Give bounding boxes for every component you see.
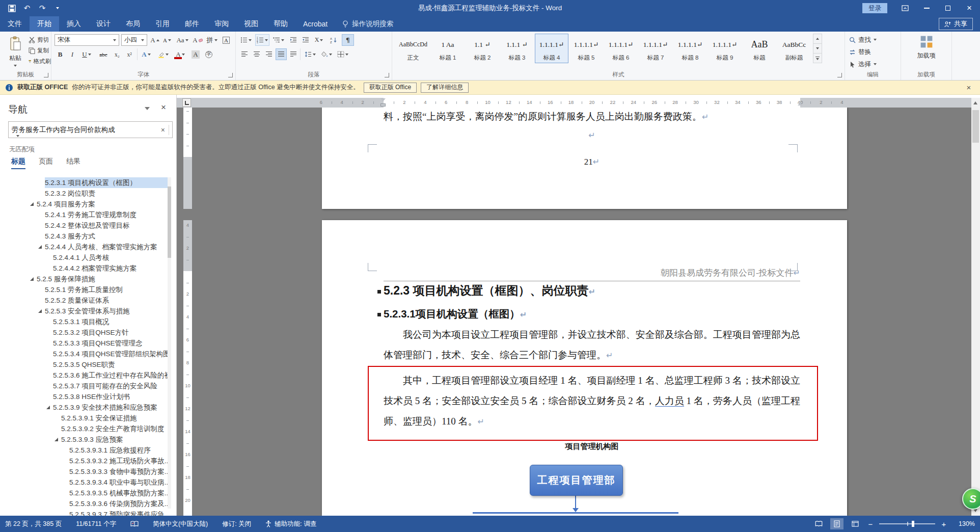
ribbon-tab-引用[interactable]: 引用 xyxy=(148,16,177,32)
nav-tab-结果[interactable]: 结果 xyxy=(66,157,80,166)
nav-tree-item[interactable]: 5.2.5.3.1 项目概况 xyxy=(0,316,168,327)
highlight-color-button[interactable] xyxy=(155,48,171,60)
nav-tree-item[interactable]: 5.2.3.1 项目机构设置（框图） xyxy=(0,177,168,188)
zoom-slider-thumb[interactable] xyxy=(912,521,914,527)
copy-button[interactable]: 复制 xyxy=(29,45,51,56)
style-item[interactable]: 1.1.1.1↵标题 4 xyxy=(535,34,568,63)
page-header[interactable]: 朝阳县易成劳务有限公司-投标文件↵ xyxy=(384,267,800,280)
language-indicator[interactable]: 简体中文(中国大陆) xyxy=(153,520,208,528)
nav-tree-item[interactable]: 5.2.5.3.9 安全技术措施和应急预案 xyxy=(0,402,168,413)
nav-tree-item[interactable]: 5.2.3.2 岗位职责 xyxy=(0,188,168,199)
ribbon-tab-插入[interactable]: 插入 xyxy=(59,16,89,32)
web-layout-button[interactable] xyxy=(849,518,862,529)
ribbon-tab-邮件[interactable]: 邮件 xyxy=(177,16,207,32)
sign-in-button[interactable]: 登录 xyxy=(862,3,887,13)
nav-tree-item[interactable]: 5.2.5.1 劳务施工质量控制 xyxy=(0,284,168,295)
zoom-out-button[interactable]: − xyxy=(867,520,874,528)
read-mode-button[interactable] xyxy=(812,518,825,529)
nav-tree-item[interactable]: 5.2.5.3.4 项目QHSE管理部组织架构图 xyxy=(0,349,168,359)
nav-tree-item[interactable]: 5.2.5.2 质量保证体系 xyxy=(0,295,168,306)
nav-tree-item[interactable]: 5.2.5.3.2 项目QHSE方针 xyxy=(0,327,168,338)
ribbon-tab-设计[interactable]: 设计 xyxy=(89,16,118,32)
nav-tree-item[interactable]: 5.2.5.3.5 QHSE职责 xyxy=(0,359,168,370)
format-painter-button[interactable]: 格式刷 xyxy=(29,56,51,67)
increase-indent-button[interactable] xyxy=(300,34,311,46)
nav-tree-item[interactable]: 5.2.4.4 人员考核、档案管理实施方案 xyxy=(0,242,168,252)
maximize-button[interactable] xyxy=(937,0,959,16)
scrollbar-thumb[interactable] xyxy=(972,110,979,143)
font-size-combo[interactable]: 小四 xyxy=(121,34,147,46)
redo-button[interactable]: ↷ xyxy=(36,2,49,14)
paragraph-dialog-launcher[interactable] xyxy=(385,73,389,77)
collapse-triangle-icon[interactable] xyxy=(38,306,45,316)
style-item[interactable]: 1 Aa标题 1 xyxy=(431,34,465,63)
share-button[interactable]: 共享 xyxy=(939,18,973,30)
zoom-slider[interactable] xyxy=(879,523,935,524)
numbering-button[interactable]: 123 xyxy=(255,34,269,46)
nav-tree-item[interactable]: 5.2.5.3.8 HSE作业计划书 xyxy=(0,391,168,402)
justify-button[interactable] xyxy=(276,48,287,60)
nav-tree-item[interactable]: 5.2.5.3.9.2 安全生产教育培训制度 xyxy=(0,423,168,434)
ribbon-tab-审阅[interactable]: 审阅 xyxy=(207,16,236,32)
ribbon-tab-开始[interactable]: 开始 xyxy=(30,16,59,32)
align-center-button[interactable] xyxy=(251,48,262,60)
nav-tree-item[interactable]: 5.2.5.3.9.3.6 传染病预防方案及... xyxy=(0,498,168,509)
distribute-button[interactable] xyxy=(288,48,299,60)
font-color-button[interactable]: A xyxy=(173,48,188,60)
style-item[interactable]: 1.1 ↵标题 2 xyxy=(466,34,499,63)
close-button[interactable]: × xyxy=(959,0,980,16)
nav-tree-item[interactable]: 5.2.5.3.9.3.1 应急救援程序 xyxy=(0,445,168,456)
bold-button[interactable]: B xyxy=(55,48,66,60)
nav-tab-页面[interactable]: 页面 xyxy=(39,157,53,166)
superscript-button[interactable]: x² xyxy=(124,48,135,60)
style-scroll-up[interactable] xyxy=(813,34,822,44)
addins-button[interactable]: 加载项 xyxy=(917,35,936,60)
style-gallery-more[interactable] xyxy=(813,54,822,63)
clipboard-dialog-launcher[interactable] xyxy=(44,73,48,77)
body-paragraph-line[interactable]: 体管理部门，技术、安全、综合三个部门参与管理。↵ xyxy=(384,349,800,362)
document-scrollbar[interactable] xyxy=(971,98,980,516)
style-item[interactable]: 1.1.1.1↵标题 8 xyxy=(673,34,707,63)
ribbon-tab-帮助[interactable]: 帮助 xyxy=(266,16,295,32)
nav-scrollbar[interactable] xyxy=(168,177,171,509)
strikethrough-button[interactable]: abc xyxy=(96,48,111,60)
font-dialog-launcher[interactable] xyxy=(228,73,233,77)
styles-dialog-launcher[interactable] xyxy=(837,73,842,77)
org-chart-root-box[interactable]: 工程项目管理部 xyxy=(530,465,623,496)
page1-text-line[interactable]: 料，按照“上岗享受，离岗停发”的原则计算服务人员上岗出勤服务费政策。↵ xyxy=(384,110,800,124)
zoom-in-button[interactable]: + xyxy=(940,520,947,528)
proofing-status[interactable] xyxy=(130,521,139,527)
nav-tree-item[interactable]: 5.2.4.1 劳务施工管理规章制度 xyxy=(0,209,168,220)
nav-tree-item[interactable]: 5.2.5 服务保障措施 xyxy=(0,274,168,284)
heading-5-2-3-1[interactable]: 5.2.3.1项目机构设置（框图）↵ xyxy=(377,307,794,322)
nav-tree-item[interactable]: 5.2.5.3.3 项目QHSE管理理念 xyxy=(0,338,168,349)
line-spacing-button[interactable] xyxy=(303,48,317,60)
nav-pane-close-button[interactable]: × xyxy=(161,102,166,113)
collapse-triangle-icon[interactable] xyxy=(46,402,53,413)
change-case-button[interactable]: Aa xyxy=(175,34,190,46)
nav-tree-item[interactable]: 5.2.5.3.9.3 应急预案 xyxy=(0,434,168,445)
character-border-button[interactable]: A xyxy=(221,34,232,46)
nav-tree-item[interactable]: 5.2.5.3.9.3.5 机械事故预防方案... xyxy=(0,488,168,498)
first-line-indent-marker[interactable] xyxy=(380,98,386,101)
floating-ball-widget[interactable] xyxy=(962,488,980,510)
replace-button[interactable]: 替换 xyxy=(849,46,871,58)
character-shading-button[interactable]: A xyxy=(190,48,201,60)
nav-tree-item[interactable]: 5.2.4.4.1 人员考核 xyxy=(0,252,168,263)
nav-tree-item[interactable]: 5.2.4 项目服务方案 xyxy=(0,199,168,209)
style-item[interactable]: 1.1.1 ↵标题 3 xyxy=(500,34,534,63)
nav-tree-item[interactable]: 5.2.5.3.9.3.3 食物中毒预防方案... xyxy=(0,466,168,477)
nav-tree-item[interactable]: 5.2.5.3 安全管理体系与措施 xyxy=(0,306,168,316)
customize-qat-button[interactable] xyxy=(51,2,64,14)
page-indicator[interactable]: 第 22 页，共 385 页 xyxy=(5,520,62,528)
collapse-triangle-icon[interactable] xyxy=(30,274,37,284)
enclose-characters-button[interactable]: 字 xyxy=(203,48,214,60)
multilevel-list-button[interactable] xyxy=(271,34,286,46)
nav-search-input[interactable] xyxy=(12,126,157,134)
asian-layout-button[interactable]: X xyxy=(312,34,325,46)
style-item[interactable]: 1.1.1.1↵标题 9 xyxy=(708,34,742,63)
text-effects-button[interactable]: A xyxy=(139,48,153,60)
ribbon-tab-文件[interactable]: 文件 xyxy=(0,16,30,32)
find-button[interactable]: 查找 xyxy=(849,34,877,45)
style-item[interactable]: 1.1.1.1↵标题 7 xyxy=(639,34,672,63)
